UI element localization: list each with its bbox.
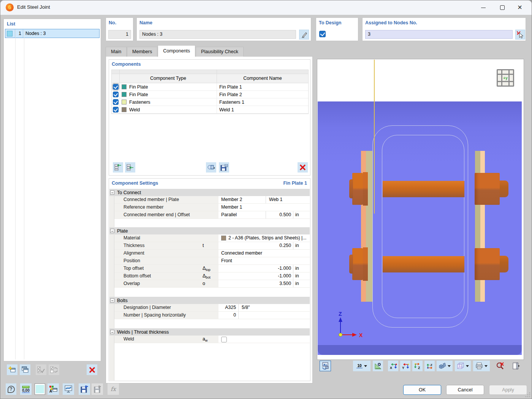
- row-checkbox[interactable]: [113, 92, 119, 97]
- rendering-settings-button[interactable]: [63, 383, 74, 395]
- collapse-icon[interactable]: [110, 229, 114, 233]
- help-icon: ?: [8, 386, 15, 393]
- view-x-button[interactable]: X: [388, 361, 398, 371]
- background-color-button[interactable]: [35, 383, 45, 395]
- setting-row-top-offset[interactable]: Top offset Δtop -1.000 in: [109, 265, 310, 272]
- collapse-icon[interactable]: [110, 298, 114, 302]
- setting-row-connected-member-plate[interactable]: Connected member | Plate Member 2 Web 1: [109, 196, 310, 204]
- to-design-checkbox[interactable]: [319, 31, 326, 37]
- hss-tube-inner-outline: [382, 135, 464, 318]
- setting-row-member-end-offset[interactable]: Connected member end | Offset Parallel 0…: [109, 211, 310, 219]
- dimension-display-button[interactable]: 10: [353, 361, 370, 371]
- close-button[interactable]: ✕: [511, 0, 529, 15]
- delete-component-button[interactable]: [298, 162, 308, 173]
- axis-y-view-icon: Y: [402, 363, 409, 370]
- list-grid-lines: [5, 30, 100, 359]
- name-input[interactable]: Nodes : 3: [139, 30, 296, 39]
- ok-button[interactable]: OK: [403, 385, 441, 395]
- view-y-button[interactable]: Y: [400, 361, 410, 371]
- invert-selection-button[interactable]: [49, 364, 59, 375]
- maximize-button[interactable]: [494, 0, 511, 15]
- new-joint-button[interactable]: [7, 364, 17, 375]
- check-all-icon: [37, 366, 45, 373]
- section-welds[interactable]: Welds | Throat thickness: [109, 328, 310, 336]
- no-input[interactable]: 1: [108, 30, 131, 39]
- section-to-connect[interactable]: To Connect: [109, 189, 310, 196]
- save-to-library-button[interactable]: [219, 162, 229, 173]
- library-icon: [207, 164, 215, 171]
- weld-checkbox[interactable]: [221, 337, 227, 342]
- to-design-fieldbox: To Design: [316, 17, 358, 41]
- print-preview-rotate-button[interactable]: [320, 361, 331, 371]
- row-checkbox[interactable]: [113, 107, 119, 112]
- setting-row-reference-member[interactable]: Reference member Member 1: [109, 204, 310, 211]
- setting-row-bottom-offset[interactable]: Bottom offset Δbot -1.000 in: [109, 272, 310, 280]
- component-color-swatch: [122, 107, 127, 112]
- select-nodes-button[interactable]: [515, 30, 525, 40]
- section-plate[interactable]: Plate: [109, 227, 310, 234]
- setting-row-designation-diameter[interactable]: Designation | Diameter A325 5/8": [109, 304, 310, 312]
- delete-joint-button[interactable]: [87, 364, 97, 375]
- help-button[interactable]: ?: [6, 383, 16, 395]
- setting-row-weld[interactable]: Weld aw: [109, 336, 310, 343]
- nav-cube-face-label[interactable]: +y: [502, 75, 508, 81]
- view-minus-z-button[interactable]: ·Z: [424, 361, 435, 371]
- tab-plausibility-check[interactable]: Plausibility Check: [196, 47, 244, 57]
- new-window-icon: [8, 366, 16, 373]
- resize-grip[interactable]: [526, 393, 530, 397]
- setting-row-alignment[interactable]: Alignment Connected member: [109, 250, 310, 257]
- save-as-default-button[interactable]: [79, 383, 90, 395]
- toggle-check-icon: [50, 366, 58, 373]
- collapse-icon[interactable]: [110, 330, 114, 334]
- bolt-head-chamfer: [349, 179, 353, 198]
- display-properties-button[interactable]: A: [48, 383, 59, 395]
- import-from-library-button[interactable]: [206, 162, 216, 173]
- tab-components[interactable]: Components: [158, 45, 195, 57]
- measure-tool-button[interactable]: [373, 361, 383, 371]
- chevron-down-icon: [484, 365, 488, 367]
- component-color-swatch: [122, 92, 127, 97]
- table-row[interactable]: Fin Plate Fin Plate 1: [112, 83, 308, 91]
- print-button[interactable]: [473, 361, 490, 371]
- move-row-up-button[interactable]: [113, 162, 123, 173]
- setting-row-overlap[interactable]: Overlap o 3.500 in: [109, 280, 310, 288]
- copy-joint-button[interactable]: [20, 364, 30, 375]
- setting-row-position[interactable]: Position Front: [109, 257, 310, 265]
- setting-row-number-spacing[interactable]: Number | Spacing horizontally 0: [109, 312, 310, 319]
- setting-row-thickness[interactable]: Thickness t 0.250 in: [109, 242, 310, 250]
- setting-row-material[interactable]: Material 2 - A36 (Plates, Strips and She…: [109, 234, 310, 242]
- table-row[interactable]: Weld Weld 1: [112, 106, 308, 114]
- section-bolts[interactable]: Bolts: [109, 297, 310, 304]
- apply-button[interactable]: Apply: [489, 385, 527, 395]
- side-panel-button[interactable]: [511, 361, 521, 371]
- view-navigation-cube[interactable]: +y: [497, 69, 514, 87]
- tab-members[interactable]: Members: [127, 47, 157, 57]
- table-row[interactable]: Fin Plate Fin Plate 2: [112, 91, 308, 98]
- select-all-button[interactable]: [36, 364, 46, 375]
- rename-button[interactable]: [299, 30, 309, 40]
- assigned-nodes-input[interactable]: 3: [365, 30, 513, 39]
- chevron-down-icon: [448, 365, 451, 367]
- move-row-down-button[interactable]: [125, 162, 135, 173]
- minimize-button[interactable]: [475, 0, 492, 15]
- row-checkbox[interactable]: [113, 99, 119, 105]
- load-default-button[interactable]: [92, 383, 103, 395]
- collapse-icon[interactable]: [110, 190, 114, 195]
- svg-text:·Z: ·Z: [429, 363, 432, 367]
- titlebar[interactable]: 6 Edit Steel Joint ✕: [0, 0, 532, 15]
- row-checkbox[interactable]: [113, 84, 119, 90]
- cancel-button[interactable]: Cancel: [446, 385, 484, 395]
- isometric-view-button[interactable]: [437, 361, 453, 371]
- name-fieldbox: Name Nodes : 3: [136, 17, 311, 41]
- cancel-zoom-button[interactable]: [495, 361, 505, 371]
- formula-button[interactable]: fx: [108, 383, 119, 395]
- table-row[interactable]: Fasteners Fasteners 1: [112, 98, 308, 106]
- view-mode-button[interactable]: [455, 361, 471, 371]
- units-settings-button[interactable]: 0,00: [20, 383, 32, 395]
- chevron-down-icon: [466, 365, 469, 367]
- close-icon: ✕: [517, 5, 522, 11]
- axis-minus-z-view-icon: ·Z: [426, 363, 434, 370]
- 3d-viewport[interactable]: Z X +y: [317, 59, 524, 360]
- view-z-button[interactable]: Z: [412, 361, 423, 371]
- tab-main[interactable]: Main: [106, 47, 127, 57]
